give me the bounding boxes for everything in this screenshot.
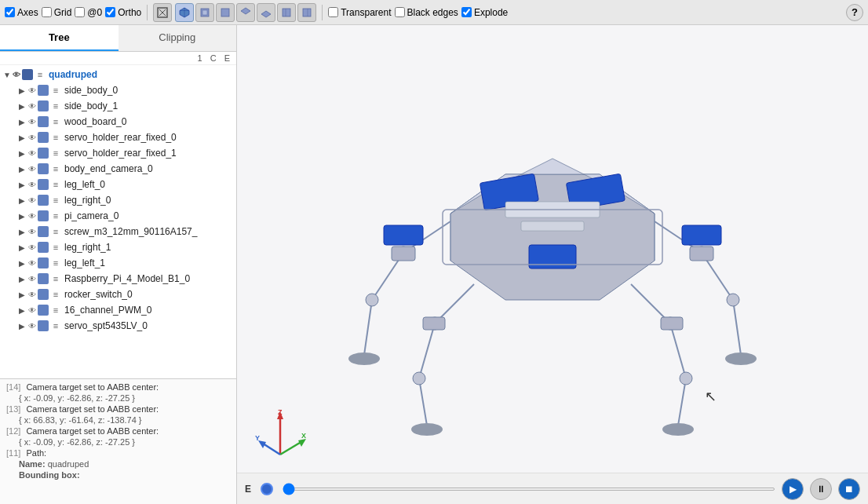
expand-arrow: ▶ — [19, 259, 28, 268]
visibility-icon[interactable]: 👁 — [28, 86, 36, 95]
item-label: side_body_0 — [64, 85, 118, 96]
tree-icons: 👁 ≡ — [28, 179, 61, 190]
tree-item-pi-camera-0[interactable]: ▶ 👁 ≡ pi_camera_0 — [0, 208, 236, 224]
visibility-icon[interactable]: 👁 — [28, 196, 36, 205]
visibility-icon[interactable]: 👁 — [28, 306, 36, 315]
visibility-icon[interactable]: 👁 — [28, 212, 36, 221]
settings-icon: ≡ — [50, 210, 61, 221]
tree-item-16channel-pwm[interactable]: ▶ 👁 ≡ 16_channel_PWM_0 — [0, 302, 236, 318]
separator-2 — [322, 5, 323, 20]
view-back-button[interactable] — [216, 3, 235, 22]
item-label: screw_m3_12mm_90116A157_ — [64, 226, 197, 237]
tree-item-screw[interactable]: ▶ 👁 ≡ screw_m3_12mm_90116A157_ — [0, 224, 236, 239]
visibility-icon[interactable]: 👁 — [28, 165, 36, 173]
robot-body — [348, 159, 757, 436]
console-text: Path: — [26, 448, 46, 458]
settings-icon: ≡ — [50, 195, 61, 206]
transparent-checkbox[interactable] — [328, 7, 338, 17]
item-label: servo_holder_rear_fixed_1 — [64, 148, 177, 159]
visibility-icon[interactable]: 👁 — [28, 102, 36, 111]
view-fit-button[interactable] — [153, 3, 172, 22]
play-button[interactable]: ▶ — [782, 478, 804, 500]
visibility-icon[interactable]: 👁 — [28, 228, 36, 236]
ortho-checkbox[interactable] — [105, 7, 115, 17]
view-top-button[interactable] — [236, 3, 255, 22]
svg-rect-51 — [384, 225, 423, 245]
view-right-button[interactable] — [297, 3, 316, 22]
visibility-icon[interactable]: 👁 — [28, 118, 36, 126]
expand-arrow: ▶ — [19, 243, 28, 252]
visibility-icon[interactable]: 👁 — [28, 275, 36, 283]
transparent-checkbox-label[interactable]: Transparent — [328, 7, 391, 18]
tree-item-rocker-switch[interactable]: ▶ 👁 ≡ rocker_switch_0 — [0, 287, 236, 302]
console-num: [11] — [6, 448, 20, 458]
tree-item-side-body-0[interactable]: ▶ 👁 ≡ side_body_0 — [0, 82, 236, 98]
cube-icon — [38, 132, 49, 143]
ortho-label: Ortho — [118, 7, 141, 18]
visibility-icon[interactable]: 👁 — [28, 149, 36, 158]
console-line-11: [11] Path: — [6, 448, 230, 458]
tab-tree[interactable]: Tree — [0, 25, 119, 51]
settings-icon: ≡ — [50, 100, 61, 111]
expand-arrow: ▶ — [19, 102, 28, 111]
tree-item-leg-right-1[interactable]: ▶ 👁 ≡ leg_right_1 — [0, 239, 236, 255]
black-edges-checkbox-label[interactable]: Black edges — [395, 7, 458, 18]
cube-icon — [38, 289, 49, 300]
pause-button[interactable]: ⏸ — [810, 478, 832, 500]
view-iso-button[interactable] — [175, 3, 194, 22]
tree-item-leg-right-0[interactable]: ▶ 👁 ≡ leg_right_0 — [0, 192, 236, 208]
tree-item-body-end-camera-0[interactable]: ▶ 👁 ≡ body_end_camera_0 — [0, 161, 236, 177]
axes-checkbox[interactable] — [5, 7, 15, 17]
visibility-icon[interactable]: 👁 — [28, 290, 36, 299]
playback-position-dot[interactable] — [261, 483, 273, 495]
tree-item-raspberry-pi[interactable]: ▶ 👁 ≡ Raspberry_Pi_4_Model_B1_0 — [0, 271, 236, 287]
visibility-icon[interactable]: 👁 — [28, 243, 36, 252]
visibility-icon[interactable]: 👁 — [28, 133, 36, 142]
svg-line-34 — [419, 378, 427, 425]
at0-checkbox-label[interactable]: @0 — [75, 7, 102, 18]
explode-checkbox[interactable] — [461, 7, 472, 17]
explode-checkbox-label[interactable]: Explode — [461, 7, 508, 18]
svg-point-37 — [411, 423, 443, 436]
ortho-checkbox-label[interactable]: Ortho — [105, 7, 141, 18]
tree-item-leg-left-1[interactable]: ▶ 👁 ≡ leg_left_1 — [0, 255, 236, 271]
visibility-icon[interactable]: 👁 — [28, 181, 36, 189]
grid-checkbox[interactable] — [42, 7, 52, 17]
view-front-button[interactable] — [195, 3, 214, 22]
item-label: 16_channel_PWM_0 — [64, 305, 151, 316]
grid-checkbox-label[interactable]: Grid — [42, 7, 72, 18]
axes-checkbox-label[interactable]: Axes — [5, 7, 38, 18]
cube-icon — [38, 195, 49, 206]
playback-slider[interactable] — [283, 488, 775, 491]
help-button[interactable]: ? — [846, 4, 863, 21]
tree-icons: 👁 ≡ — [28, 85, 61, 96]
visibility-icon[interactable]: 👁 — [28, 322, 36, 331]
settings-icon: ≡ — [50, 148, 61, 159]
tree-item-servo-holder-rear-fixed-0[interactable]: ▶ 👁 ≡ servo_holder_rear_fixed_0 — [0, 130, 236, 145]
svg-line-28 — [733, 300, 741, 355]
visibility-icon-quadruped[interactable]: 👁 — [13, 71, 20, 79]
tree-column-header: 1 C E — [0, 52, 236, 65]
visibility-icon[interactable]: 👁 — [28, 259, 36, 268]
at0-checkbox[interactable] — [75, 7, 85, 17]
tab-clipping[interactable]: Clipping — [119, 25, 237, 51]
settings-icon: ≡ — [50, 179, 61, 190]
viewport[interactable]: ↖ Z X Y E — [237, 25, 868, 504]
tree-icons: 👁 ≡ — [28, 132, 61, 143]
item-label: Raspberry_Pi_4_Model_B1_0 — [64, 273, 190, 284]
svg-rect-52 — [682, 225, 721, 245]
tree-item-wood-board-0[interactable]: ▶ 👁 ≡ wood_board_0 — [0, 114, 236, 130]
view-left-button[interactable] — [277, 3, 296, 22]
tree-item-side-body-1[interactable]: ▶ 👁 ≡ side_body_1 — [0, 98, 236, 114]
svg-text:Z: Z — [278, 408, 283, 416]
tree-item-leg-left-0[interactable]: ▶ 👁 ≡ leg_left_0 — [0, 177, 236, 192]
left-panel: Tree Clipping 1 C E ▼ 👁 ≡ — [0, 25, 237, 504]
stop-button[interactable]: ⏹ — [838, 478, 860, 500]
tree-item-servo-holder-rear-fixed-1[interactable]: ▶ 👁 ≡ servo_holder_rear_fixed_1 — [0, 145, 236, 161]
tree-item-servo-spt5435[interactable]: ▶ 👁 ≡ servo_spt5435LV_0 — [0, 318, 236, 334]
pause-icon: ⏸ — [816, 484, 826, 495]
tree-item-root-quadruped[interactable]: ▼ 👁 ≡ quadruped — [0, 67, 236, 82]
view-bottom-button[interactable] — [257, 3, 275, 22]
expand-arrow: ▶ — [19, 165, 28, 173]
black-edges-checkbox[interactable] — [395, 7, 405, 17]
